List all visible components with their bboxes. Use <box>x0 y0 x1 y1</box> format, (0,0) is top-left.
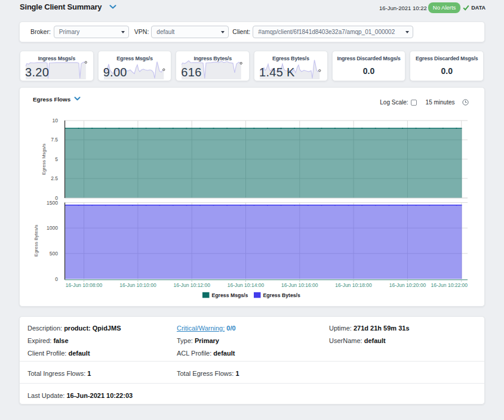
svg-text:16-Jun 10:22:00: 16-Jun 10:22:00 <box>431 282 468 288</box>
svg-text:16-Jun 10:20:00: 16-Jun 10:20:00 <box>389 282 426 288</box>
svg-text:16-Jun 10:16:00: 16-Jun 10:16:00 <box>281 282 318 288</box>
svg-text:10: 10 <box>53 118 59 123</box>
svg-text:Egress Msgs/s: Egress Msgs/s <box>212 292 248 298</box>
svg-text:1500: 1500 <box>47 200 58 206</box>
svg-text:Egress Msgs/s: Egress Msgs/s <box>41 144 47 175</box>
svg-text:Egress Bytes/s: Egress Bytes/s <box>263 292 300 298</box>
svg-text:16-Jun 10:12:00: 16-Jun 10:12:00 <box>173 282 210 288</box>
svg-text:7.5: 7.5 <box>51 137 58 143</box>
svg-text:500: 500 <box>50 251 58 257</box>
svg-text:16-Jun 10:10:00: 16-Jun 10:10:00 <box>119 282 156 288</box>
svg-text:16-Jun 10:08:00: 16-Jun 10:08:00 <box>66 282 103 288</box>
svg-text:1000: 1000 <box>47 225 58 231</box>
svg-text:16-Jun 10:18:00: 16-Jun 10:18:00 <box>335 282 372 288</box>
svg-text:2.5: 2.5 <box>51 175 58 181</box>
svg-text:Egress Bytes/s: Egress Bytes/s <box>33 225 39 257</box>
svg-text:0: 0 <box>55 276 58 282</box>
svg-text:5: 5 <box>55 156 58 162</box>
svg-text:16-Jun 10:14:00: 16-Jun 10:14:00 <box>228 282 265 288</box>
